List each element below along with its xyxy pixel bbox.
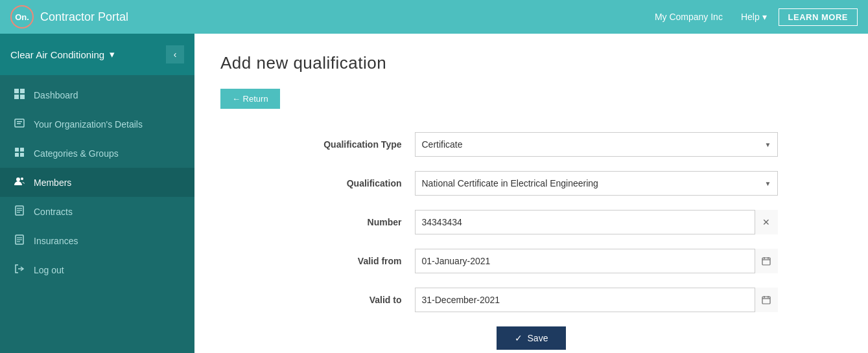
nav-brand: On. Contractor Portal bbox=[10, 5, 128, 28]
svg-point-12 bbox=[21, 177, 23, 180]
dashboard-icon bbox=[13, 89, 26, 101]
valid-to-input[interactable] bbox=[415, 288, 778, 312]
valid-from-row: Valid from bbox=[285, 249, 778, 273]
svg-rect-7 bbox=[15, 148, 19, 152]
members-icon bbox=[13, 176, 26, 188]
contracts-icon bbox=[13, 205, 26, 218]
sidebar-item-label: Insurances bbox=[34, 236, 78, 246]
chevron-down-icon: ▾ bbox=[110, 49, 115, 60]
categories-icon bbox=[13, 147, 26, 159]
calendar-icon[interactable] bbox=[755, 249, 778, 273]
sidebar-company-name: Clear Air Conditioning bbox=[10, 49, 104, 60]
sidebar-nav: Dashboard Your Organization's Details Ca… bbox=[0, 75, 194, 353]
logout-icon bbox=[13, 264, 26, 276]
sidebar: Clear Air Conditioning ▾ ‹ Dashboard You… bbox=[0, 34, 194, 353]
sidebar-item-dashboard[interactable]: Dashboard bbox=[0, 80, 194, 109]
clear-icon[interactable]: ✕ bbox=[755, 210, 778, 234]
svg-rect-5 bbox=[17, 121, 22, 122]
sidebar-item-contracts[interactable]: Contracts bbox=[0, 197, 194, 226]
app-title: Contractor Portal bbox=[40, 10, 128, 24]
logo: On. bbox=[10, 5, 34, 28]
qualification-type-row: Qualification Type Certificate Degree Di… bbox=[285, 132, 778, 157]
svg-point-11 bbox=[16, 177, 20, 181]
number-field-wrapper: ✕ bbox=[415, 210, 778, 234]
svg-rect-1 bbox=[20, 89, 25, 93]
svg-rect-0 bbox=[14, 89, 19, 93]
sidebar-item-label: Contracts bbox=[34, 207, 73, 217]
sidebar-collapse-button[interactable]: ‹ bbox=[166, 45, 184, 63]
svg-rect-10 bbox=[20, 153, 24, 157]
svg-rect-6 bbox=[17, 123, 21, 124]
insurances-icon bbox=[13, 234, 26, 247]
sidebar-item-categories[interactable]: Categories & Groups bbox=[0, 139, 194, 168]
sidebar-item-members[interactable]: Members bbox=[0, 168, 194, 197]
svg-rect-22 bbox=[762, 258, 770, 265]
top-navigation: On. Contractor Portal My Company Inc Hel… bbox=[0, 0, 868, 34]
sidebar-item-logout[interactable]: Log out bbox=[0, 255, 194, 284]
qualification-select[interactable]: National Certificate in Electrical Engin… bbox=[415, 171, 778, 196]
chevron-down-icon: ▾ bbox=[762, 12, 767, 22]
main-layout: Clear Air Conditioning ▾ ‹ Dashboard You… bbox=[0, 34, 868, 353]
qualification-type-wrapper: Certificate Degree Diploma Trade Certifi… bbox=[415, 132, 778, 157]
number-input[interactable] bbox=[415, 210, 778, 234]
number-row: Number ✕ bbox=[285, 210, 778, 234]
return-button[interactable]: ← Return bbox=[220, 89, 280, 109]
nav-right: My Company Inc Help ▾ LEARN MORE bbox=[648, 8, 858, 26]
qualification-type-label: Qualification Type bbox=[285, 139, 415, 150]
svg-rect-14 bbox=[17, 208, 22, 209]
org-details-icon bbox=[13, 118, 26, 130]
company-link[interactable]: My Company Inc bbox=[648, 8, 729, 26]
svg-rect-2 bbox=[14, 95, 19, 99]
learn-more-button[interactable]: LEARN MORE bbox=[779, 8, 858, 26]
sidebar-item-org-details[interactable]: Your Organization's Details bbox=[0, 109, 194, 139]
qualification-row: Qualification National Certificate in El… bbox=[285, 171, 778, 196]
svg-rect-3 bbox=[20, 95, 25, 99]
sidebar-header[interactable]: Clear Air Conditioning ▾ ‹ bbox=[0, 34, 194, 75]
sidebar-item-label: Log out bbox=[34, 265, 64, 275]
qualification-type-select[interactable]: Certificate Degree Diploma Trade Certifi… bbox=[415, 132, 778, 157]
sidebar-item-insurances[interactable]: Insurances bbox=[0, 226, 194, 255]
valid-to-wrapper bbox=[415, 288, 778, 312]
svg-rect-15 bbox=[17, 210, 22, 211]
qualification-label: Qualification bbox=[285, 178, 415, 188]
svg-rect-26 bbox=[762, 297, 770, 304]
save-button[interactable]: ✓ Save bbox=[497, 326, 567, 350]
sidebar-header-left: Clear Air Conditioning ▾ bbox=[10, 49, 115, 60]
svg-rect-9 bbox=[15, 153, 19, 157]
valid-to-label: Valid to bbox=[285, 295, 415, 305]
number-label: Number bbox=[285, 217, 415, 227]
valid-from-input[interactable] bbox=[415, 249, 778, 273]
calendar-icon[interactable] bbox=[755, 288, 778, 312]
qualification-wrapper: National Certificate in Electrical Engin… bbox=[415, 171, 778, 196]
sidebar-item-label: Members bbox=[34, 177, 71, 188]
main-content: Add new qualification ← Return Qualifica… bbox=[194, 34, 868, 353]
svg-rect-16 bbox=[17, 212, 20, 212]
valid-from-label: Valid from bbox=[285, 256, 415, 266]
sidebar-item-label: Categories & Groups bbox=[34, 148, 119, 159]
save-row: ✓ Save bbox=[285, 326, 778, 350]
valid-from-wrapper bbox=[415, 249, 778, 273]
qualification-form: Qualification Type Certificate Degree Di… bbox=[285, 132, 778, 350]
valid-to-row: Valid to bbox=[285, 288, 778, 312]
page-title: Add new qualification bbox=[220, 53, 842, 73]
help-link[interactable]: Help ▾ bbox=[734, 8, 773, 26]
checkmark-icon: ✓ bbox=[515, 333, 522, 343]
sidebar-item-label: Dashboard bbox=[34, 90, 78, 100]
sidebar-item-label: Your Organization's Details bbox=[34, 119, 143, 130]
svg-rect-8 bbox=[20, 148, 24, 152]
